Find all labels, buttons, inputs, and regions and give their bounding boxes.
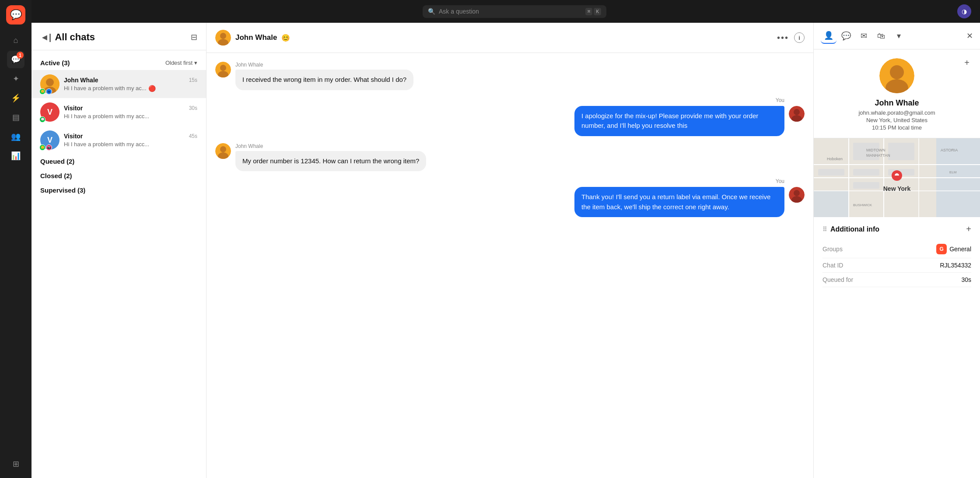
sidebar-item-chats[interactable]: 💬 1 — [7, 51, 24, 68]
chat3-preview: Hi I have a problem with my acc... — [64, 141, 149, 148]
kbd-cmd: ⌘ — [585, 8, 593, 15]
magic-icon: ✦ — [13, 74, 19, 84]
sidebar-item-archive[interactable]: ▤ — [7, 109, 24, 126]
svg-text:ELM: ELM — [949, 170, 957, 174]
sidebar-item-lightning[interactable]: ⚡ — [7, 89, 24, 107]
message-row-1: John Whale I received the wrong item in … — [215, 62, 805, 90]
contact-name: John Whale — [822, 98, 971, 108]
logo-icon: 💬 — [10, 9, 22, 21]
app-logo[interactable]: 💬 — [6, 5, 25, 25]
add-contact-btn[interactable]: + — [961, 56, 973, 69]
chat1-time: 15s — [189, 77, 197, 83]
close-panel-icon[interactable]: ✕ — [966, 31, 973, 41]
widgets-icon: ⊞ — [13, 459, 19, 469]
chat-header: John Whale 😊 ••• i — [206, 23, 813, 53]
chat-id-value: RJL354332 — [940, 262, 971, 269]
messages-area: John Whale I received the wrong item in … — [206, 53, 813, 478]
user-avatar-top[interactable]: ◑ — [957, 4, 971, 18]
top-bar: 🔍 Ask a question ⌘ K ◑ — [32, 0, 980, 23]
map-svg: Hoboken MIDTOWN MANHATTAN ASTORIA ELM BU… — [814, 138, 980, 217]
additional-info-title: ⠿ Additional info — [822, 225, 879, 233]
content-wrapper: ◄| All chats ⊟ Active (3) Oldest first ▾ — [32, 23, 980, 478]
message-row-4: Thank you! I'll send you a return label … — [215, 187, 805, 217]
chat-item-visitor-1[interactable]: V 💬 Visitor 30s Hi I have a problem with… — [32, 98, 206, 126]
you-label-2: You — [215, 178, 784, 184]
message-group-1: John Whale I received the wrong item in … — [215, 62, 805, 90]
chat1-source-icon1: 😊 — [39, 88, 46, 95]
closed-section-title: Closed (2) — [40, 172, 72, 179]
chat2-name: Visitor — [64, 105, 83, 112]
add-info-btn[interactable]: + — [966, 224, 971, 234]
closed-section[interactable]: Closed (2) — [32, 169, 206, 183]
tab-shopify[interactable]: 🛍 — [873, 28, 889, 44]
chat-list-header: ◄| All chats ⊟ — [32, 23, 206, 50]
tab-more[interactable]: ▾ — [891, 28, 906, 44]
svg-text:ASTORIA: ASTORIA — [941, 148, 958, 152]
contacts-icon: 👥 — [11, 132, 21, 141]
message-row-3: John Whale My order number is 12345. How… — [215, 143, 805, 172]
chat-panel: John Whale 😊 ••• i — [206, 23, 814, 478]
sidebar-item-reports[interactable]: 📊 — [7, 147, 24, 165]
sidebar-item-widgets[interactable]: ⊞ — [7, 455, 24, 473]
svg-point-7 — [220, 65, 226, 71]
right-panel-tabs: 👤 💬 ✉ 🛍 ▾ — [821, 28, 906, 44]
group-badge-letter: G — [940, 246, 944, 252]
map-section: Hoboken MIDTOWN MANHATTAN ASTORIA ELM BU… — [814, 138, 980, 217]
chat2-preview: Hi I have a problem with my acc... — [64, 113, 149, 120]
supervised-section-title: Supervised (3) — [40, 186, 85, 194]
chat1-preview: Hi I have a problem with my ac... — [64, 85, 147, 91]
chat-item-visitor-2[interactable]: V 😊 📷 Visitor 45s Hi I have a problem wi… — [32, 126, 206, 154]
chat3-name: Visitor — [64, 133, 83, 140]
drag-handle-icon: ⠿ — [822, 226, 827, 233]
queued-section-title: Queued (2) — [40, 158, 74, 165]
message-group-4: You Thank you! I'll send you a return la… — [215, 178, 805, 217]
emoji-status-icon: 😊 — [281, 34, 290, 42]
chat-header-right: ••• i — [777, 32, 805, 43]
queued-section[interactable]: Queued (2) — [32, 154, 206, 169]
tab-chat[interactable]: 💬 — [838, 28, 854, 44]
supervised-section[interactable]: Supervised (3) — [32, 183, 206, 197]
all-chats-title: All chats — [55, 32, 95, 43]
svg-point-19 — [890, 65, 904, 79]
reports-icon: 📊 — [11, 151, 21, 161]
msg3-bubble: My order number is 12345. How can I retu… — [235, 151, 426, 172]
svg-point-1 — [46, 78, 54, 86]
sidebar-item-home[interactable]: ⌂ — [7, 32, 24, 49]
svg-point-16 — [794, 190, 800, 196]
chat-header-avatar-img — [215, 30, 231, 46]
sort-button[interactable]: Oldest first ▾ — [165, 60, 197, 66]
svg-rect-32 — [853, 169, 879, 176]
sidebar-item-magic[interactable]: ✦ — [7, 70, 24, 88]
search-icon: 🔍 — [428, 8, 435, 15]
filter-icon[interactable]: ⊟ — [191, 32, 197, 42]
svg-text:New York: New York — [883, 185, 911, 192]
active-section-header: Active (3) Oldest first ▾ — [32, 56, 206, 70]
chat3-source-icon2: 📷 — [46, 144, 52, 151]
tab-email[interactable]: ✉ — [856, 28, 872, 44]
home-icon: ⌂ — [14, 36, 18, 45]
queued-for-value: 30s — [961, 276, 971, 283]
search-bar[interactable]: 🔍 Ask a question ⌘ K — [423, 5, 606, 18]
chat-item-john-whale[interactable]: 😊 M John Whale 15s Hi I have a problem w… — [32, 70, 206, 98]
back-arrow-icon[interactable]: ◄| — [40, 32, 51, 42]
user-avatar-icon: ◑ — [962, 8, 967, 15]
message-row-2: I apologize for the mix-up! Please provi… — [215, 106, 805, 136]
right-panel-body: + John Whale john.whale.porato@gmail.com… — [814, 49, 980, 478]
svg-rect-23 — [814, 191, 849, 217]
additional-info-header: ⠿ Additional info + — [822, 224, 971, 234]
chevron-down-icon: ▾ — [897, 31, 901, 41]
tab-contact[interactable]: 👤 — [821, 28, 836, 44]
active-section-title: Active (3) — [40, 59, 70, 67]
more-options-icon[interactable]: ••• — [777, 33, 789, 43]
info-row-groups: Groups G General — [822, 240, 971, 258]
chevron-down-icon: ▾ — [194, 60, 197, 66]
groups-value: G General — [936, 244, 971, 254]
sort-label: Oldest first — [165, 60, 192, 66]
sidebar-item-contacts[interactable]: 👥 — [7, 128, 24, 145]
msg2-avatar — [789, 106, 805, 122]
msg1-avatar — [215, 62, 231, 77]
info-icon[interactable]: i — [794, 32, 805, 43]
msg3-content: John Whale My order number is 12345. How… — [235, 143, 426, 172]
contact-email: john.whale.porato@gmail.com — [822, 109, 971, 116]
additional-info-section: ⠿ Additional info + Groups G General — [814, 217, 980, 294]
